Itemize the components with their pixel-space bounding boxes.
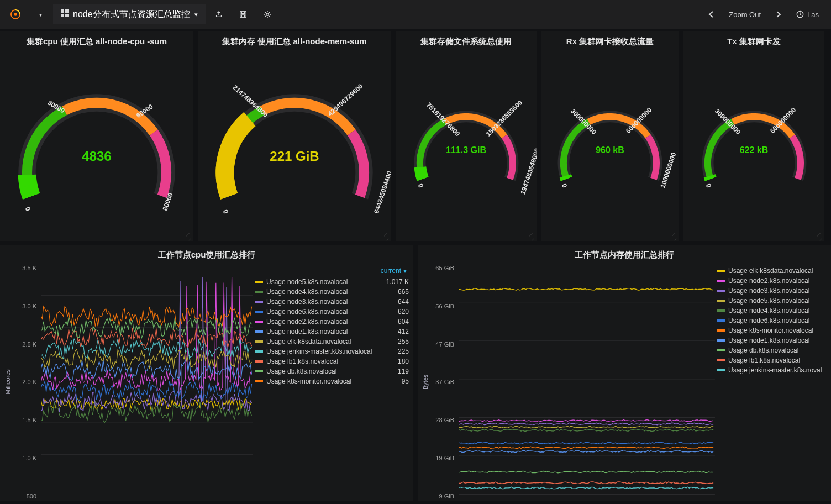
legend-item[interactable]: Usage node2.k8s.novalocal: [717, 276, 827, 286]
time-range-label: Las: [807, 11, 819, 19]
logo-menu-caret-icon[interactable]: [29, 4, 51, 24]
apps-icon: [61, 9, 69, 19]
legend-item[interactable]: Usage node6.k8s.novalocal: [717, 316, 827, 326]
resize-handle-icon[interactable]: [529, 234, 534, 240]
panel-title: 工作节点内存使用汇总排行: [418, 245, 831, 260]
legend-label: Usage node4.k8s.novalocal: [728, 307, 827, 314]
cpu-ranking-panel[interactable]: 工作节点cpu使用汇总排行 Millicores 3.5 K3.0 K2.5 K…: [0, 245, 413, 501]
y-axis-label: Millicores: [3, 264, 12, 501]
zoom-out-button[interactable]: Zoom Out: [723, 4, 766, 24]
legend-item[interactable]: Usage node4.k8s.novalocal 665: [255, 287, 409, 297]
legend-swatch: [255, 281, 263, 283]
gauge-panels-row: 集群cpu 使用汇总 all-node-cpu -sum 4836 030000…: [0, 29, 831, 241]
y-tick-label: 47 GiB: [430, 341, 454, 348]
gauge-value: 221 GiB: [270, 149, 319, 164]
time-picker-button[interactable]: Las: [791, 4, 824, 24]
legend-label: Usage k8s-monitor.novalocal: [266, 377, 374, 385]
panel-title: 集群cpu 使用汇总 all-node-cpu -sum: [0, 31, 193, 47]
legend-swatch: [717, 290, 725, 292]
graph-panels-row: 工作节点cpu使用汇总排行 Millicores 3.5 K3.0 K2.5 K…: [0, 241, 831, 501]
legend-item[interactable]: Usage lb1.k8s.novalocal: [717, 355, 827, 365]
legend-item[interactable]: Usage node4.k8s.novalocal: [717, 306, 827, 316]
legend-item[interactable]: Usage lb1.k8s.novalocal 180: [255, 356, 409, 366]
legend-label: Usage node3.k8s.novalocal: [266, 298, 374, 306]
legend-label: Usage db.k8s.novalocal: [266, 368, 374, 375]
legend-sort-current[interactable]: current▾: [255, 266, 409, 277]
legend-label: Usage node1.k8s.novalocal: [266, 328, 374, 335]
legend-value: 665: [377, 288, 409, 296]
plot-area[interactable]: 65 GiB56 GiB47 GiB37 GiB28 GiB19 GiB9 Gi…: [430, 264, 715, 501]
legend-value: 119: [377, 368, 409, 375]
legend-swatch: [255, 340, 263, 343]
legend-label: Usage lb1.k8s.novalocal: [266, 358, 374, 365]
gauge-panel[interactable]: 集群cpu 使用汇总 all-node-cpu -sum 4836 030000…: [0, 31, 193, 241]
resize-handle-icon[interactable]: [671, 234, 677, 240]
y-tick-label: 500: [12, 493, 36, 500]
y-tick-label: 19 GiB: [430, 455, 454, 461]
time-forward-button[interactable]: [767, 4, 790, 24]
legend-item[interactable]: Usage node5.k8s.novalocal: [717, 296, 827, 306]
resize-handle-icon[interactable]: [817, 234, 822, 240]
share-button[interactable]: [208, 4, 230, 24]
legend-item[interactable]: Usage k8s-monitor.novalocal: [717, 326, 827, 335]
legend-item[interactable]: Usage node3.k8s.novalocal 644: [255, 297, 409, 307]
y-tick-label: 9 GiB: [430, 493, 454, 500]
svg-rect-5: [65, 14, 69, 17]
gauge-value: 960 kB: [596, 145, 624, 155]
legend-item[interactable]: Usage db.k8s.novalocal 119: [255, 366, 409, 376]
legend-item[interactable]: Usage node6.k8s.novalocal 620: [255, 307, 409, 317]
cpu-legend: current▾ Usage node5.k8s.novalocal 1.017…: [253, 264, 413, 501]
legend-item[interactable]: Usage node5.k8s.novalocal 1.017 K: [255, 277, 409, 287]
legend-swatch: [717, 270, 725, 272]
legend-label: Usage elk-k8sdata.novalocal: [728, 267, 827, 275]
mem-ranking-panel[interactable]: 工作节点内存使用汇总排行 Bytes 65 GiB56 GiB47 GiB37 …: [418, 245, 831, 501]
legend-item[interactable]: Usage db.k8s.novalocal: [717, 345, 827, 355]
legend-item[interactable]: Usage node1.k8s.novalocal 412: [255, 327, 409, 337]
legend-label: Usage node2.k8s.novalocal: [728, 277, 827, 285]
gauge-panel[interactable]: 集群内存 使用汇总 all-node-mem-sum 221 GiB 02147…: [198, 31, 391, 241]
resize-handle-icon[interactable]: [383, 234, 389, 240]
legend-label: Usage node3.k8s.novalocal: [728, 287, 827, 295]
settings-button[interactable]: [256, 4, 278, 24]
legend-swatch: [717, 309, 725, 312]
save-button[interactable]: [232, 4, 254, 24]
legend-value: 255: [377, 338, 409, 345]
legend-item[interactable]: Usage node2.k8s.novalocal 604: [255, 317, 409, 327]
legend-item[interactable]: Usage elk-k8sdata.novalocal 255: [255, 337, 409, 347]
legend-label: Usage k8s-monitor.novalocal: [728, 327, 827, 334]
svg-rect-2: [61, 9, 64, 13]
legend-item[interactable]: Usage node3.k8s.novalocal: [717, 286, 827, 296]
legend-swatch: [255, 321, 263, 323]
y-tick-label: 3.0 K: [12, 303, 36, 309]
resize-handle-icon[interactable]: [186, 234, 191, 240]
legend-label: Usage node6.k8s.novalocal: [728, 317, 827, 324]
gauge-panel[interactable]: 集群存储文件系统总使用 111.3 GiB 075161927680015032…: [396, 31, 537, 241]
dashboard-title: node分布式节点资源汇总监控: [73, 9, 190, 20]
y-tick-label: 65 GiB: [430, 265, 454, 271]
legend-swatch: [255, 311, 263, 313]
gauge-panel[interactable]: Rx 集群网卡接收总流量 960 kB 03000000006000000001…: [541, 31, 679, 241]
gauge-tick-label: 1947483648000: [519, 148, 537, 196]
legend-item[interactable]: Usage node1.k8s.novalocal: [717, 335, 827, 345]
legend-item[interactable]: Usage k8s-monitor.novalocal 95: [255, 376, 409, 386]
legend-swatch: [717, 280, 725, 282]
legend-label: Usage node1.k8s.novalocal: [728, 337, 827, 344]
panel-title: Tx 集群网卡发: [683, 31, 824, 47]
y-tick-label: 56 GiB: [430, 303, 454, 309]
legend-swatch: [255, 301, 263, 303]
gauge-panel[interactable]: Tx 集群网卡发 622 kB 0300000000600000000: [683, 31, 824, 241]
plot-area[interactable]: 3.5 K3.0 K2.5 K2.0 K1.5 K1.0 K500: [12, 264, 253, 501]
grafana-logo[interactable]: [4, 4, 27, 24]
legend-value: 604: [377, 318, 409, 326]
dashboard-picker[interactable]: node分布式节点资源汇总监控 ▾: [53, 4, 206, 24]
legend-swatch: [717, 319, 725, 322]
y-axis-label: Bytes: [421, 264, 430, 501]
legend-label: Usage db.k8s.novalocal: [728, 347, 827, 354]
legend-item[interactable]: Usage jenkins-master.k8s.noval: [717, 365, 827, 375]
legend-label: Usage lb1.k8s.novalocal: [728, 356, 827, 364]
time-back-button[interactable]: [700, 4, 722, 24]
legend-item[interactable]: Usage jenkins-master.k8s.novalocal 225: [255, 347, 409, 356]
y-tick-label: 37 GiB: [430, 379, 454, 385]
legend-item[interactable]: Usage elk-k8sdata.novalocal: [717, 266, 827, 276]
legend-value: 225: [377, 348, 409, 355]
